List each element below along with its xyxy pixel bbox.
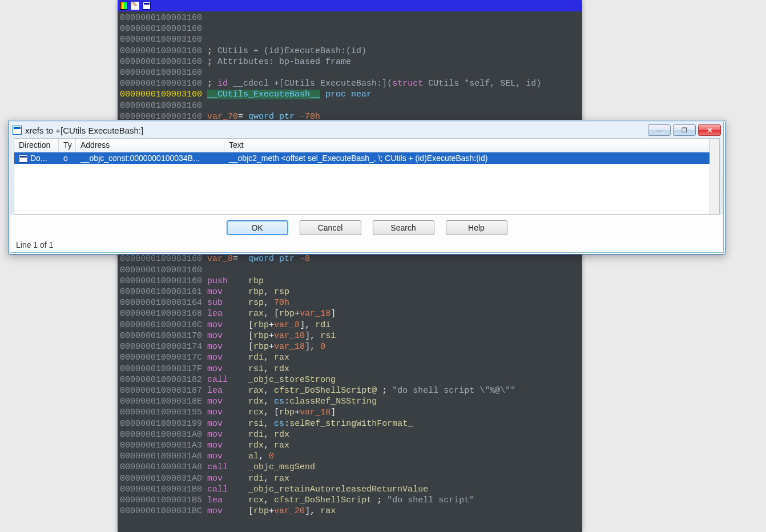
maximize-button[interactable]: ❐ [673, 124, 696, 136]
cell-ty: o [59, 154, 76, 163]
color-icon[interactable] [120, 2, 128, 10]
dialog-icon [13, 126, 22, 135]
close-button[interactable]: ✕ [698, 124, 721, 136]
vertical-scrollbar[interactable] [709, 139, 719, 214]
xrefs-dialog: xrefs to +[CUtils ExecuteBash:] — ❐ ✕ Di… [8, 120, 725, 255]
dialog-body: Direction Ty Address Text Do... o __objc… [14, 138, 720, 215]
window-icon[interactable] [143, 2, 151, 10]
cell-text: __objc2_meth <offset sel_ExecuteBash_, \… [224, 154, 709, 163]
edit-icon[interactable] [131, 2, 139, 10]
disassembly-window: 0000000100003160000000010000316000000001… [118, 0, 582, 532]
help-button[interactable]: Help [446, 220, 507, 235]
cell-direction: Do... [14, 154, 59, 163]
search-button[interactable]: Search [373, 220, 434, 235]
dialog-title: xrefs to +[CUtils ExecuteBash:] [25, 126, 648, 135]
dialog-status: Line 1 of 1 [10, 239, 723, 252]
disassembly-toolbar [118, 0, 582, 11]
list-empty-space[interactable] [14, 164, 709, 214]
dialog-titlebar[interactable]: xrefs to +[CUtils ExecuteBash:] — ❐ ✕ [10, 122, 723, 138]
list-row[interactable]: Do... o __objc_const:0000000100034B... _… [14, 152, 709, 164]
header-ty[interactable]: Ty [59, 139, 76, 152]
cancel-button[interactable]: Cancel [300, 220, 361, 235]
dialog-button-row: OK Cancel Search Help [10, 215, 723, 239]
cell-address: __objc_const:0000000100034B... [76, 154, 224, 163]
header-direction[interactable]: Direction [14, 139, 59, 152]
header-text[interactable]: Text [224, 139, 709, 152]
disassembly-listing[interactable]: 0000000100003160000000010000316000000001… [118, 11, 582, 518]
ok-button[interactable]: OK [227, 220, 288, 235]
header-address[interactable]: Address [76, 139, 224, 152]
minimize-button[interactable]: — [648, 124, 671, 136]
row-icon [19, 155, 28, 163]
list-header[interactable]: Direction Ty Address Text [14, 139, 709, 152]
